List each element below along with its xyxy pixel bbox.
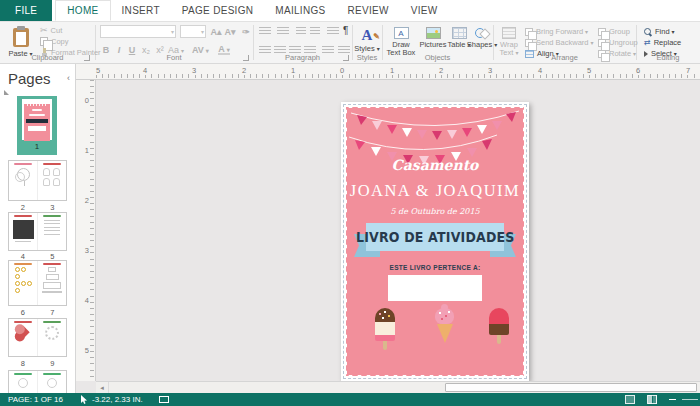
scallop-edge [346, 372, 524, 378]
pages-panel: Pages ‹ 1 2 3 4 5 [0, 64, 76, 393]
cover-names[interactable]: JOANA & JOAQUIM [349, 181, 522, 201]
tab-home[interactable]: HOME [55, 0, 110, 21]
document-canvas[interactable]: Casamento JOANA & JOAQUIM 5 de Outubro d… [96, 80, 700, 381]
owner-name-box[interactable] [388, 275, 482, 301]
paragraph-dialog-launcher[interactable] [343, 55, 349, 61]
grow-font-button[interactable]: A▴ [210, 26, 222, 38]
ruler-number: 0 [339, 66, 345, 75]
copy-icon [40, 37, 48, 46]
objects-group-label: Objects [382, 53, 493, 62]
ruler-number: 5 [95, 66, 101, 75]
numbering-icon[interactable] [277, 27, 289, 36]
cut-icon: ✂ [40, 26, 48, 35]
object-size-icon[interactable] [159, 396, 169, 403]
ice-cream-cone-art [435, 304, 454, 343]
ruler-number: 4 [85, 296, 89, 305]
styles-icon: A [358, 27, 376, 43]
increase-indent-icon[interactable] [310, 27, 320, 36]
page-number-label: 3 [38, 203, 68, 212]
page-1-thumbnail[interactable]: 1 [17, 96, 57, 155]
scroll-left-arrow[interactable]: ◂ [96, 382, 109, 393]
cut-button[interactable]: ✂Cut [40, 25, 62, 36]
tab-review[interactable]: REVIEW [337, 0, 400, 21]
columns-icon[interactable] [327, 27, 339, 36]
ruler-number: 5 [85, 346, 89, 355]
tab-insert[interactable]: INSERT [111, 0, 171, 21]
bring-forward-button[interactable]: Bring Forward [525, 26, 588, 37]
replace-button[interactable]: ⇄Replace [644, 37, 681, 48]
find-button[interactable]: Find [644, 26, 675, 37]
two-page-spread-view-icon[interactable] [647, 395, 657, 404]
show-formatting-button[interactable]: ¶ [343, 25, 348, 36]
page-1-cover-preview [24, 104, 50, 141]
rings-art [9, 267, 37, 293]
font-name-combo[interactable] [100, 25, 176, 38]
tab-file[interactable]: FILE [0, 0, 52, 21]
copy-button[interactable]: Copy [40, 36, 69, 47]
bullets-icon[interactable] [259, 27, 271, 36]
ruler-corner [76, 64, 96, 80]
cover-heading-script[interactable]: Casamento [346, 157, 524, 173]
tab-view[interactable]: VIEW [400, 0, 449, 21]
shapes-icon [475, 27, 490, 39]
ruler-number: 1 [290, 66, 296, 75]
pages-2-3-thumbnail[interactable] [8, 160, 67, 201]
zoom-out-icon[interactable] [669, 399, 676, 400]
cursor-coordinates[interactable]: -3.22, 2.33 IN. [92, 395, 143, 404]
cover-design[interactable]: Casamento JOANA & JOAQUIM 5 de Outubro d… [346, 107, 524, 376]
ruler-number: 4 [537, 66, 543, 75]
publication-page[interactable]: Casamento JOANA & JOAQUIM 5 de Outubro d… [341, 102, 529, 381]
title-banner[interactable]: LIVRO DE ATIVIDADES [346, 223, 524, 261]
send-backward-button[interactable]: Send Backward [525, 37, 594, 48]
horizontal-ruler[interactable]: 5 4 3 2 1 0 1 2 3 4 5 6 7 [96, 64, 700, 80]
ruler-number: 7 [685, 66, 691, 75]
cover-date[interactable]: 5 de Outubro de 2015 [346, 207, 524, 216]
ungroup-button[interactable]: Ungroup [598, 37, 638, 48]
pages-4-5-thumbnail[interactable] [8, 212, 67, 251]
ruler-number: 2 [85, 196, 89, 205]
bouquet-art [17, 168, 30, 181]
popsicle-sprinkles-art [375, 308, 395, 350]
cursor-position-icon [81, 395, 88, 404]
wrap-text-icon [502, 27, 516, 39]
popsicle-dipped-art [489, 308, 509, 344]
styles-group-label: Styles [352, 53, 382, 62]
pages-10-11-thumbnail[interactable] [8, 370, 67, 393]
vertical-ruler[interactable]: 0 1 2 3 4 5 [76, 80, 96, 381]
single-page-view-icon[interactable] [625, 395, 635, 404]
panel-expander-icon[interactable] [4, 90, 9, 95]
ruler-number: 1 [85, 146, 89, 155]
horizontal-scrollbar[interactable]: ◂ [96, 381, 700, 393]
ruler-number: 4 [142, 66, 148, 75]
pages-6-7-thumbnail[interactable] [8, 260, 67, 306]
ruler-number: 6 [635, 66, 641, 75]
ungroup-icon [598, 39, 606, 47]
belongs-to-label[interactable]: ESTE LIVRO PERTENCE A: [346, 264, 524, 271]
font-size-combo[interactable] [180, 25, 206, 38]
tab-page-design[interactable]: PAGE DESIGN [171, 0, 264, 21]
ruler-number: 5 [586, 66, 592, 75]
shrink-font-button[interactable]: A▾ [224, 26, 236, 38]
scrollbar-thumb[interactable] [445, 383, 697, 392]
tab-mailings[interactable]: MAILINGS [264, 0, 336, 21]
clipboard-dialog-launcher[interactable] [84, 55, 90, 61]
ruler-number: 3 [191, 66, 197, 75]
ribbon: Paste ✂Cut Copy Format Painter Clipboard… [0, 22, 700, 64]
cupcakes-art [38, 168, 66, 186]
wreath-art [45, 326, 59, 340]
collapse-panel-icon[interactable]: ‹ [67, 73, 70, 83]
page-number-label: 2 [8, 203, 38, 212]
pages-8-9-thumbnail[interactable] [8, 318, 67, 357]
clear-formatting-button[interactable]: ✑ [240, 26, 252, 38]
page-indicator[interactable]: PAGE: 1 OF 16 [8, 395, 63, 404]
group-button[interactable]: Group [598, 26, 630, 37]
table-icon [452, 27, 467, 39]
zoom-slider[interactable] [682, 399, 698, 400]
page-number-label: 7 [38, 308, 68, 317]
ruler-number: 3 [487, 66, 493, 75]
banner-title: LIVRO DE ATIVIDADES [356, 229, 515, 245]
font-dialog-launcher[interactable] [243, 55, 249, 61]
status-bar: PAGE: 1 OF 16 -3.22, 2.33 IN. [0, 393, 700, 406]
draw-text-box-icon: A [394, 27, 409, 39]
decrease-indent-icon[interactable] [296, 27, 306, 36]
